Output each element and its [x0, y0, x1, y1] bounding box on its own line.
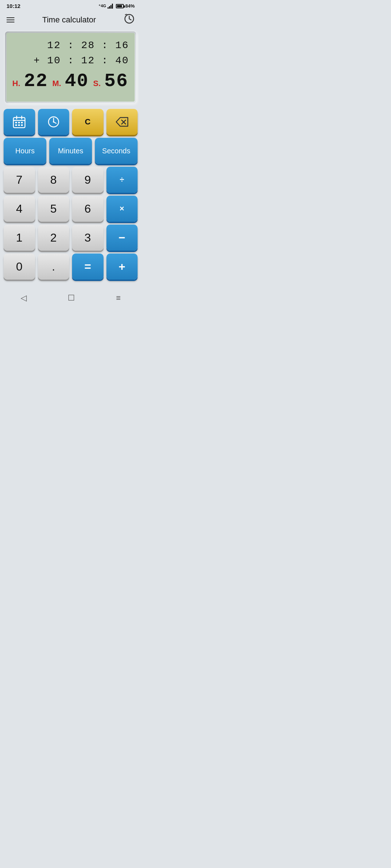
result-h-label: H. [12, 79, 20, 88]
svg-rect-5 [15, 122, 17, 123]
clear-label: C [85, 117, 91, 127]
button-6[interactable]: 6 [72, 196, 104, 222]
num3-label: 3 [84, 231, 91, 244]
button-1[interactable]: 1 [4, 225, 35, 251]
minus-button[interactable]: − [106, 225, 138, 251]
svg-rect-10 [21, 124, 23, 126]
dot-button[interactable]: . [38, 254, 70, 280]
num8-label: 8 [50, 173, 57, 187]
minutes-label: Minutes [58, 147, 83, 155]
nav-back-label: ◁ [21, 293, 27, 302]
num2-label: 2 [50, 231, 57, 244]
button-8[interactable]: 8 [38, 167, 70, 193]
svg-rect-6 [18, 122, 20, 123]
button-4[interactable]: 4 [4, 196, 35, 222]
result-s-label: S. [93, 79, 101, 88]
btn-row-6: 0 . = + [4, 254, 138, 280]
result-s-value: 56 [104, 72, 128, 91]
clock-button[interactable] [38, 109, 70, 135]
result-hours: H. 22 [12, 72, 48, 91]
svg-rect-9 [18, 124, 20, 126]
menu-button[interactable] [7, 17, 14, 22]
status-right: ⁺4G 84% [98, 3, 135, 9]
keypad: C Hours Minutes Seconds 7 8 9 [0, 109, 141, 283]
svg-rect-7 [21, 122, 23, 123]
num4-label: 4 [16, 202, 22, 216]
result-minutes: M. 40 [52, 72, 89, 91]
nav-menu-button[interactable]: ≡ [109, 291, 128, 305]
button-5[interactable]: 5 [38, 196, 70, 222]
status-bar: 10:12 ⁺4G 84% [0, 0, 141, 10]
status-time: 10:12 [7, 3, 20, 9]
nav-bar: ◁ ☐ ≡ [0, 286, 141, 309]
battery-level: 84% [125, 3, 135, 9]
minutes-button[interactable]: Minutes [49, 138, 92, 164]
battery-icon [116, 4, 124, 8]
signal-bars [108, 4, 113, 9]
display-result: H. 22 M. 40 S. 56 [12, 72, 129, 91]
history-button[interactable] [124, 13, 135, 26]
calendar-button[interactable] [4, 109, 35, 135]
btn-row-5: 1 2 3 − [4, 225, 138, 251]
display-line1: 12 : 28 : 16 [12, 38, 129, 53]
svg-point-14 [53, 121, 54, 123]
hours-button[interactable]: Hours [4, 138, 46, 164]
network-indicator: ⁺4G [98, 4, 106, 8]
button-0[interactable]: 0 [4, 254, 35, 280]
btn-row-4: 4 5 6 × [4, 196, 138, 222]
button-7[interactable]: 7 [4, 167, 35, 193]
num9-label: 9 [84, 173, 91, 187]
result-seconds: S. 56 [93, 72, 128, 91]
clear-button[interactable]: C [72, 109, 104, 135]
divide-button[interactable]: ÷ [106, 167, 138, 193]
svg-rect-8 [15, 124, 17, 126]
num7-label: 7 [16, 173, 22, 187]
multiply-button[interactable]: × [106, 196, 138, 222]
btn-row-3: 7 8 9 ÷ [4, 167, 138, 193]
btn-row-2: Hours Minutes Seconds [4, 138, 138, 164]
result-h-value: 22 [24, 72, 48, 91]
button-3[interactable]: 3 [72, 225, 104, 251]
nav-back-button[interactable]: ◁ [13, 291, 34, 305]
equals-label: = [84, 260, 91, 273]
hours-label: Hours [15, 147, 34, 155]
display-lines: 12 : 28 : 16 + 10 : 12 : 40 [12, 38, 129, 68]
result-m-value: 40 [65, 72, 89, 91]
result-m-label: M. [52, 79, 61, 88]
button-9[interactable]: 9 [72, 167, 104, 193]
num0-label: 0 [16, 260, 22, 273]
equals-button[interactable]: = [72, 254, 104, 280]
display-inner: 12 : 28 : 16 + 10 : 12 : 40 H. 22 M. 40 … [7, 33, 135, 102]
nav-menu-label: ≡ [116, 293, 121, 302]
plus-button[interactable]: + [106, 254, 138, 280]
num5-label: 5 [50, 202, 57, 216]
num1-label: 1 [16, 231, 22, 244]
divide-label: ÷ [120, 175, 124, 184]
nav-home-button[interactable]: ☐ [60, 291, 82, 305]
dot-label: . [52, 260, 55, 273]
backspace-button[interactable] [106, 109, 138, 135]
seconds-button[interactable]: Seconds [95, 138, 138, 164]
top-bar: Time calculator [0, 10, 141, 30]
minus-label: − [118, 231, 125, 244]
multiply-label: × [119, 204, 124, 213]
display-line2: + 10 : 12 : 40 [12, 53, 129, 68]
seconds-label: Seconds [102, 147, 130, 155]
num6-label: 6 [84, 202, 91, 216]
button-2[interactable]: 2 [38, 225, 70, 251]
plus-label: + [118, 260, 125, 273]
app-title: Time calculator [42, 15, 96, 25]
btn-row-1: C [4, 109, 138, 135]
calculator-display: 12 : 28 : 16 + 10 : 12 : 40 H. 22 M. 40 … [5, 31, 136, 103]
nav-home-label: ☐ [68, 293, 75, 302]
